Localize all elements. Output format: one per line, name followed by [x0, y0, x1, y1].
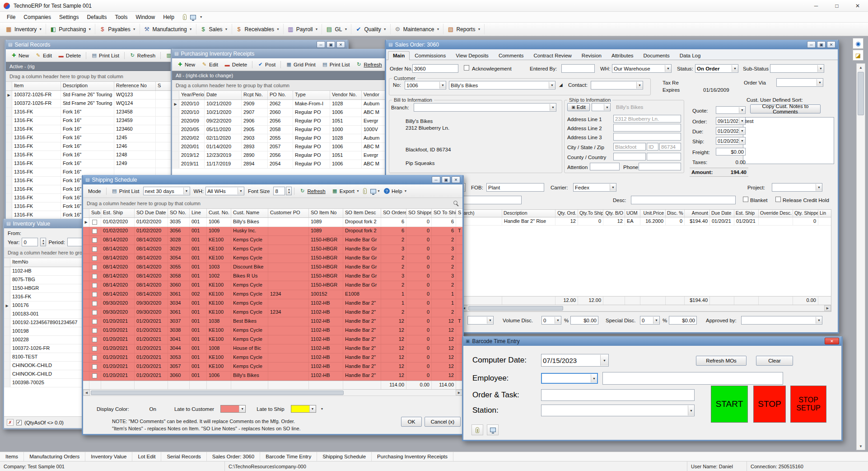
tab[interactable]: Commissions [410, 51, 451, 60]
column-header[interactable]: SO Due Date [135, 209, 168, 217]
horizontal-scrollbar[interactable]: ◀ ▶ [83, 390, 462, 396]
table-row[interactable]: 08/14/2020 08/14/2020 3061 002 KE100 Kem… [83, 290, 462, 299]
column-header[interactable]: Qty. B/O [603, 210, 625, 217]
freight-field[interactable]: $0.00 [716, 148, 746, 155]
search-icon[interactable] [453, 200, 459, 207]
table-row[interactable]: Handle Bar 2" Rise 12 0 12 EA 16.2000 0 … [461, 217, 831, 226]
due-date-select[interactable]: 01/20/2021▼ [716, 127, 746, 135]
table-row[interactable]: 01/20/2021 01/20/2021 3053 001 KE100 Kem… [83, 353, 462, 363]
table-row[interactable]: 01/20/2021 01/20/2021 3057 001 KE100 Kem… [83, 363, 462, 372]
attention-field[interactable] [590, 163, 620, 170]
row-checkbox[interactable] [92, 247, 97, 252]
status-select[interactable]: On Order▼ [695, 64, 738, 73]
delete-button[interactable]: ▬Delete [222, 61, 250, 69]
window-restore-button[interactable]: ▣ [442, 176, 450, 183]
late-to-ship-color-select[interactable]: ▼ [291, 405, 316, 413]
row-checkbox[interactable] [92, 265, 97, 270]
row-checkbox[interactable] [92, 364, 97, 369]
app-toolbar-button[interactable]: ⚒ Manufacturing ▼ [140, 24, 196, 34]
volume-disc-select[interactable]: 0▼ [541, 316, 561, 325]
column-header[interactable]: Qty. Ord. [555, 210, 578, 217]
window-minimize-button[interactable]: ─ [317, 41, 325, 48]
line-options-select[interactable]: ▼ [467, 316, 494, 325]
menu-item[interactable]: Tools [111, 14, 131, 20]
table-row[interactable]: 01/20/2021 01/20/2021 3038 001 KE100 Kem… [83, 326, 462, 335]
column-header[interactable]: Date [205, 91, 242, 99]
column-header[interactable]: Sub- [89, 209, 101, 217]
phone-field[interactable] [639, 163, 681, 170]
table-row[interactable]: 08/14/2020 08/14/2020 3060 001 KE100 Kem… [83, 281, 462, 290]
order-task-field[interactable] [541, 389, 695, 401]
horizontal-scrollbar[interactable]: ◀ ▶ [461, 305, 831, 311]
app-toolbar-button[interactable]: ▧ Reports ▼ [443, 24, 485, 34]
tab[interactable]: Main [388, 51, 410, 60]
column-header[interactable]: Override Desc. [759, 210, 793, 217]
row-checkbox[interactable] [92, 373, 97, 378]
column-header[interactable]: Reference No [114, 82, 156, 90]
blanket-checkbox[interactable] [743, 197, 748, 202]
address1-field[interactable]: 2312 Blueberry Ln. [613, 115, 681, 122]
row-checkbox[interactable] [92, 238, 97, 243]
tab[interactable]: Attributes [607, 51, 639, 60]
column-header[interactable]: Rcpt No. [242, 91, 268, 99]
year-field[interactable]: 0 [22, 238, 38, 246]
column-header[interactable]: Due Date [710, 210, 734, 217]
order-no-field[interactable]: 3060 [412, 64, 458, 73]
maximize-button[interactable]: □ [826, 0, 847, 11]
row-checkbox[interactable] [92, 328, 97, 333]
late-to-customer-color-select[interactable]: ▼ [220, 405, 246, 413]
window-restore-button[interactable]: ▣ [817, 41, 826, 48]
window-tab[interactable]: Sales Order: 3060 [207, 452, 260, 461]
tab[interactable]: View Deposits [451, 51, 494, 60]
edit-button[interactable]: ✎Edit [199, 60, 221, 69]
ship-date-select[interactable]: 01/20/2021▼ [716, 137, 746, 145]
app-toolbar-button[interactable]: ⚙ Maintenance ▼ [391, 24, 444, 34]
row-checkbox[interactable] [92, 283, 97, 288]
scroll-right-icon[interactable]: ▶ [456, 390, 462, 396]
date-range-select[interactable]: next 30 days▼ [143, 187, 190, 195]
column-header[interactable]: Description [502, 210, 555, 217]
column-header[interactable]: Vendor No. [330, 91, 362, 99]
column-header[interactable]: S [456, 209, 462, 217]
computer-date-select[interactable]: 07/15/2023▼ [541, 354, 609, 367]
row-checkbox[interactable] [92, 229, 97, 234]
window-tab[interactable]: Purchasing Inventory Receipts [372, 452, 453, 461]
print-list-button[interactable]: ▤Print List [319, 60, 353, 69]
warehouse-select[interactable]: Our Warehouse▼ [612, 64, 672, 73]
customer-name-select[interactable]: Billy's Bikes▼ [449, 81, 555, 89]
font-size-spinner[interactable]: ▲▼ [286, 187, 292, 195]
column-header[interactable]: SO No. [168, 209, 190, 217]
refresh-button[interactable]: ↻Refresh [297, 187, 328, 195]
export-button[interactable]: ▦Export▼ [329, 187, 362, 195]
window-tab[interactable]: Serial Records [161, 452, 206, 461]
refresh-button[interactable]: ↻Refresh [353, 60, 384, 69]
contact-select[interactable]: ▼ [591, 81, 643, 89]
window-tab[interactable]: Lot Edit [132, 452, 161, 461]
column-header[interactable]: UOM [625, 210, 640, 217]
address2-field[interactable] [613, 124, 681, 132]
delete-button[interactable]: ▬Delete [56, 52, 84, 60]
window-titlebar[interactable]: ▣ Barcode Time Entry ✕ [463, 336, 841, 346]
country-field[interactable] [647, 153, 681, 160]
project-select[interactable]: ▼ [772, 183, 822, 192]
table-row[interactable]: 09/30/2020 09/30/2020 3061 001 KE100 Kem… [83, 308, 462, 317]
display-color-value[interactable]: On [149, 406, 156, 412]
tab[interactable]: Contract Review [528, 51, 576, 60]
release-credit-hold-checkbox[interactable] [775, 197, 781, 202]
window-titlebar[interactable]: ▤ Serial Records ─ ▣ ✕ [6, 40, 347, 49]
scrollbar-thumb[interactable] [91, 391, 344, 395]
scroll-right-icon[interactable]: ▶ [824, 305, 831, 311]
tab[interactable]: Documents [639, 51, 675, 60]
row-checkbox[interactable] [92, 220, 97, 225]
chevron-down-icon[interactable]: ▼ [321, 407, 324, 410]
quote-select[interactable]: ▼ [716, 106, 746, 114]
po-field[interactable] [454, 196, 522, 204]
scrollbar-thumb[interactable] [858, 72, 864, 115]
sub-status-select[interactable]: ▼ [770, 64, 824, 73]
fob-field[interactable]: Plant [486, 183, 544, 192]
scrollbar-thumb[interactable] [468, 306, 563, 311]
city-field[interactable]: Blackfoot [613, 143, 646, 151]
chevron-down-icon[interactable]: ▼ [200, 15, 203, 19]
tab[interactable]: Comments [494, 51, 529, 60]
app-toolbar-button[interactable]: $ Receivables ▼ [232, 24, 284, 34]
